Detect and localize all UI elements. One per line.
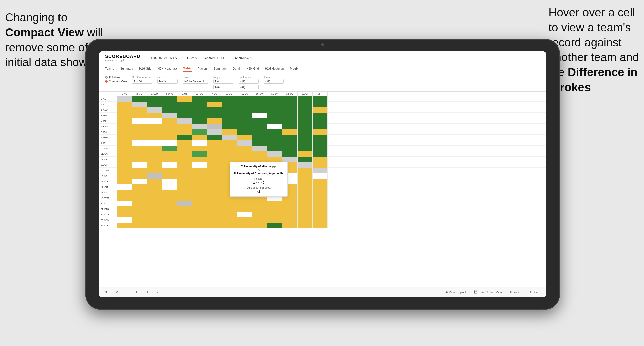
nav-item-rankings[interactable]: RANKINGS [233,56,252,60]
matrix-cell[interactable] [207,217,222,223]
matrix-cell[interactable] [267,217,282,223]
matrix-cell[interactable] [132,124,147,129]
matrix-cell[interactable] [177,157,192,162]
matrix-cell[interactable] [313,217,328,223]
matrix-cell[interactable] [177,223,192,228]
matrix-cell[interactable] [298,206,313,212]
matrix-cell[interactable] [298,173,313,179]
matrix-cell[interactable] [177,113,192,118]
matrix-cell[interactable] [177,102,192,107]
matrix-cell[interactable] [177,212,192,217]
table-row[interactable]: 11. UA [99,151,546,157]
matrix-cell[interactable] [207,107,222,113]
matrix-cell[interactable] [147,212,162,217]
matrix-cell[interactable] [192,223,207,228]
matrix-cell[interactable] [132,212,147,217]
matrix-cell[interactable] [117,102,132,107]
matrix-cell[interactable] [282,124,298,129]
matrix-cell[interactable] [252,206,267,212]
matrix-cell[interactable] [117,179,132,184]
matrix-cell[interactable] [237,206,252,212]
share-button[interactable]: ⬆ Share [528,289,542,295]
sub-nav-teams[interactable]: Teams [105,67,114,71]
matrix-cell[interactable] [267,151,282,157]
matrix-cell[interactable] [147,157,162,162]
matrix-cell[interactable] [222,140,237,146]
matrix-cell[interactable] [267,129,282,135]
max-teams-select[interactable]: Top 50 [132,79,152,84]
matrix-cell[interactable] [282,129,298,135]
matrix-cell[interactable] [177,179,192,184]
matrix-cell[interactable] [207,190,222,195]
matrix-cell[interactable] [192,140,207,146]
matrix-cell[interactable] [313,179,328,184]
matrix-cell[interactable] [207,146,222,151]
matrix-cell[interactable] [267,223,282,228]
matrix-cell[interactable] [267,118,282,124]
sub-nav-matrix1[interactable]: Matrix [183,67,192,72]
matrix-cell[interactable] [207,129,222,135]
matrix-cell[interactable] [192,151,207,157]
matrix-cell[interactable] [162,135,177,140]
fit-button[interactable]: ⊕ [144,289,151,295]
matrix-cell[interactable] [132,206,147,212]
matrix-cell[interactable] [282,107,298,113]
matrix-cell[interactable] [162,212,177,217]
matrix-cell[interactable] [162,162,177,168]
matrix-cell[interactable] [252,146,267,151]
matrix-cell[interactable] [313,157,328,162]
matrix-cell[interactable] [132,217,147,223]
matrix-cell[interactable] [313,140,328,146]
table-row[interactable]: 8. UAF [99,135,546,140]
matrix-cell[interactable] [313,201,328,206]
zoom-in-button[interactable]: ⊟ [134,289,140,295]
table-row[interactable]: 7. UM [99,129,546,135]
sub-nav-h2h-grid1[interactable]: H2H Grid [139,67,152,71]
sub-nav-matrix2[interactable]: Matrix [290,67,298,71]
matrix-cell[interactable] [162,146,177,151]
matrix-cell[interactable] [177,173,192,179]
matrix-cell[interactable] [192,135,207,140]
matrix-cell[interactable] [177,135,192,140]
matrix-cell[interactable] [252,223,267,228]
matrix-cell[interactable] [237,140,252,146]
compact-view-radio[interactable] [105,80,108,83]
matrix-cell[interactable] [282,212,298,217]
region-select1[interactable]: N/A [213,79,233,84]
matrix-cell[interactable] [207,157,222,162]
matrix-cell[interactable] [252,102,267,107]
matrix-cell[interactable] [192,118,207,124]
matrix-cell[interactable] [117,162,132,168]
matrix-cell[interactable] [117,135,132,140]
matrix-cell[interactable] [252,113,267,118]
matrix-cell[interactable] [222,201,237,206]
matrix-cell[interactable] [192,124,207,129]
full-view-option[interactable]: Full View [105,76,127,79]
matrix-cell[interactable] [252,212,267,217]
matrix-cell[interactable] [313,168,328,173]
matrix-cell[interactable] [132,162,147,168]
matrix-cell[interactable] [252,157,267,162]
matrix-cell[interactable] [132,195,147,201]
matrix-cell[interactable] [132,201,147,206]
table-row[interactable]: 4. UNC [99,113,546,118]
matrix-cell[interactable] [117,157,132,162]
matrix-cell[interactable] [177,168,192,173]
matrix-cell[interactable] [192,96,207,102]
matrix-cell[interactable] [298,195,313,201]
matrix-cell[interactable] [192,146,207,151]
matrix-cell[interactable] [147,129,162,135]
matrix-cell[interactable] [282,113,298,118]
matrix-cell[interactable] [147,168,162,173]
matrix-cell[interactable] [222,102,237,107]
matrix-cell[interactable] [177,146,192,151]
matrix-cell[interactable] [267,201,282,206]
matrix-cell[interactable] [147,201,162,206]
matrix-cell[interactable] [298,118,313,124]
matrix-cell[interactable] [162,113,177,118]
matrix-cell[interactable] [132,113,147,118]
matrix-cell[interactable] [298,157,313,162]
matrix-cell[interactable] [237,223,252,228]
matrix-cell[interactable] [192,168,207,173]
matrix-cell[interactable] [207,140,222,146]
